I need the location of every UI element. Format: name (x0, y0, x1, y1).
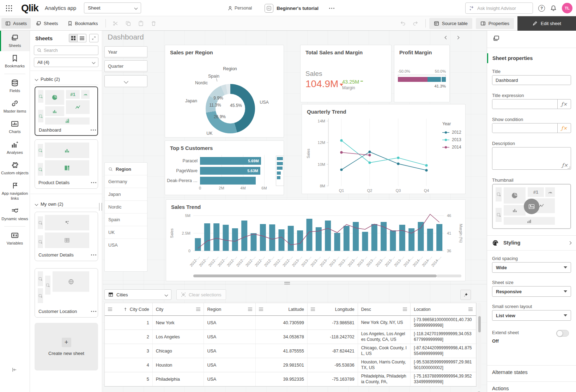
resize-handle-icon[interactable] (568, 166, 570, 169)
region-filter-item[interactable]: USA (105, 239, 147, 251)
edit-sheet-button[interactable]: Edit sheet (517, 16, 576, 31)
column-menu-icon[interactable] (468, 308, 473, 311)
expand-panel-button[interactable] (89, 34, 98, 42)
sheets-filter-dropdown[interactable]: All (4) (34, 58, 98, 67)
rail-item-master-items[interactable]: Master items (0, 96, 30, 117)
next-sheet-icon[interactable] (456, 36, 460, 40)
column-header-region[interactable]: Region (204, 303, 256, 315)
column-menu-icon[interactable] (311, 308, 315, 311)
sales-per-region-chart[interactable]: Sales per Region Region Spain Nordic Jap… (165, 45, 284, 138)
tab-bookmarks[interactable]: Bookmarks (63, 18, 102, 29)
region-filter-item[interactable]: Spain (105, 213, 147, 226)
column-header-latitude[interactable]: Latitude (256, 303, 308, 315)
fx-icon[interactable]: ƒ× (557, 99, 571, 109)
show-condition-field[interactable]: ƒ× (492, 123, 571, 133)
title-expression-field[interactable]: ƒ× (492, 99, 571, 109)
rail-item-bookmarks[interactable]: Bookmarks (0, 51, 30, 72)
create-new-sheet-button[interactable]: + Create new sheet (35, 323, 98, 370)
region-filter-item[interactable]: Nordic (105, 200, 147, 213)
legend-item[interactable]: 2012 (442, 130, 461, 135)
tab-assets[interactable]: Assets (1, 18, 31, 29)
column-menu-icon[interactable] (196, 308, 200, 311)
change-thumbnail-icon[interactable] (524, 199, 539, 214)
legend-item[interactable]: 2013 (442, 137, 461, 142)
rail-item-variables[interactable]: Variables (0, 228, 30, 249)
more-icon[interactable] (93, 311, 94, 312)
title-input[interactable] (492, 76, 571, 85)
rail-item-custom-objects[interactable]: Custom objects (0, 158, 30, 179)
title-expression-input[interactable] (492, 99, 557, 109)
source-table-button[interactable]: Source table (429, 18, 472, 29)
more-icon[interactable] (93, 254, 94, 255)
actions-section[interactable]: Actions (492, 386, 509, 391)
fx-icon[interactable]: ƒ× (562, 162, 568, 168)
table-row[interactable]: 4HoustonUSA29.981501-95.53836Houston, Ha… (105, 358, 476, 372)
table-row[interactable]: 5PhiladelphiaUSA39.952335-75.163789Phila… (105, 372, 476, 386)
app-breadcrumb[interactable]: Beginner's tutorial (265, 4, 319, 13)
table-scrollbar[interactable] (478, 303, 481, 389)
rail-item-dynamic-views[interactable]: Dynamic views (0, 204, 30, 224)
more-icon[interactable] (93, 182, 94, 183)
profit-margin-gauge[interactable]: Profit Margin -50.0% 50.0% 41.3% (394, 45, 450, 102)
region-filter-item[interactable]: UK (105, 226, 147, 239)
group-public[interactable]: Public (2) (30, 71, 102, 85)
prev-sheet-icon[interactable] (445, 36, 448, 40)
column-header-city[interactable]: City (153, 303, 204, 315)
sheet-card-product-details[interactable]: Product Details (35, 139, 98, 189)
grid-spacing-select[interactable]: Wide (492, 262, 571, 273)
sheet-size-select[interactable]: Responsive (492, 286, 571, 297)
rail-item-sheets[interactable]: Sheets (0, 31, 30, 51)
horizontal-scrollbar-track[interactable] (437, 275, 461, 277)
sheet-card-customer-location[interactable]: Customer Location (35, 268, 98, 318)
redo-icon[interactable] (410, 18, 421, 29)
column-menu-icon[interactable] (259, 308, 263, 311)
donut-chart[interactable] (206, 84, 255, 133)
bar[interactable] (200, 177, 256, 185)
pin-button[interactable] (460, 290, 471, 300)
sheets-search-input[interactable] (44, 48, 93, 53)
personal-space[interactable]: Personal (228, 6, 252, 11)
thumbnail-preview[interactable]: #1 (492, 184, 571, 229)
total-sales-margin-kpi[interactable]: Total Sales and Margin Sales 104.9M 43.2… (300, 45, 392, 102)
title-field[interactable] (492, 75, 571, 85)
region-filter-listbox[interactable]: Region GermanyJapanNordicSpainUKUSA (104, 162, 147, 272)
filter-quarter[interactable]: Quarter (104, 60, 147, 72)
table-row[interactable]: 3ChicagoUSA41.875555-87.624421Chicago, C… (105, 344, 476, 358)
sales-trend-chart[interactable]: Sales Trend 5M2.5M0464136SalesMargin (%)… (166, 199, 466, 281)
scroll-down-icon[interactable]: ▼ (477, 391, 481, 392)
rail-item-app-navigation-links[interactable]: App navigation links (0, 179, 30, 204)
grid-view-button[interactable] (69, 34, 78, 42)
sheets-search[interactable] (34, 46, 98, 55)
more-icon[interactable] (93, 129, 94, 131)
horizontal-scrollbar[interactable] (193, 275, 437, 277)
copy-icon[interactable] (123, 18, 134, 29)
table-row[interactable]: 1New YorkUSA40.730599-73.986581New York … (105, 316, 476, 330)
rail-item-fields[interactable]: Fields (0, 76, 30, 96)
cities-table[interactable]: City CodeCityRegionLatitudeLongitudeDesc… (104, 303, 477, 387)
alternate-states-section[interactable]: Alternate states (492, 369, 528, 375)
small-screen-layout-select[interactable]: List view (492, 310, 571, 321)
search-icon[interactable] (108, 167, 113, 171)
insight-advisor-search[interactable] (465, 2, 533, 14)
filter-dropdown[interactable] (104, 75, 147, 87)
sheet-card-dashboard[interactable]: #1 Dashboard (35, 86, 98, 136)
column-menu-icon[interactable] (403, 308, 407, 311)
sheet-type-dropdown[interactable]: Sheet (84, 2, 141, 13)
paste-icon[interactable] (136, 18, 146, 29)
sheet-card-customer-details[interactable]: Customer Details (35, 212, 98, 261)
collapse-rail-icon[interactable] (12, 367, 17, 373)
bar[interactable]: 5.69M (200, 157, 261, 165)
cut-icon[interactable] (110, 18, 121, 29)
chart-minimap[interactable] (276, 156, 284, 186)
app-launcher-icon[interactable] (6, 5, 12, 11)
region-filter-item[interactable]: Japan (105, 188, 147, 200)
column-header-city-code[interactable]: City Code (105, 303, 153, 315)
rail-item-analyses[interactable]: Analyses (0, 138, 30, 158)
delete-icon[interactable] (148, 18, 159, 29)
column-header-desc[interactable]: Desc (358, 303, 411, 315)
clear-selections-button[interactable]: Clear selections (176, 289, 226, 300)
column-menu-icon[interactable] (108, 308, 112, 311)
insight-advisor-input[interactable] (477, 6, 523, 11)
list-view-button[interactable] (78, 34, 86, 42)
help-icon[interactable]: ? (538, 5, 545, 12)
